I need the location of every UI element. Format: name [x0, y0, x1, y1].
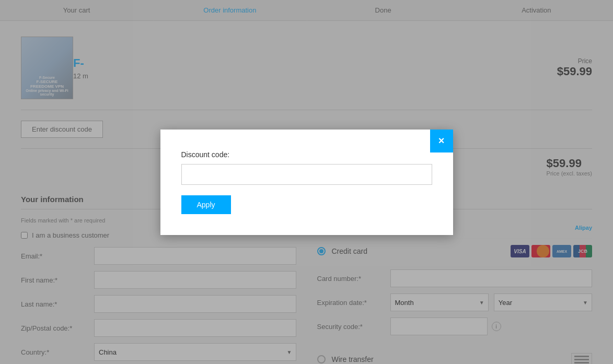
modal-close-button[interactable]: × [430, 130, 453, 152]
modal-overlay[interactable]: × Discount code: Apply [0, 0, 613, 364]
modal-discount-input[interactable] [181, 164, 432, 185]
modal-apply-button[interactable]: Apply [181, 195, 231, 214]
modal-box: × Discount code: Apply [160, 130, 453, 235]
modal-discount-label: Discount code: [181, 150, 432, 159]
